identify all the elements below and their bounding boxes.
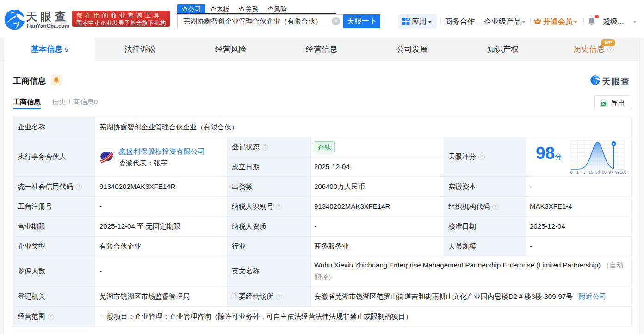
svg-text:85: 85 xyxy=(602,170,607,175)
svg-text:1: 1 xyxy=(576,170,579,175)
svg-text:3: 3 xyxy=(583,170,585,175)
svg-text:99: 99 xyxy=(615,170,620,175)
svg-text:97: 97 xyxy=(609,170,613,175)
svg-text:100: 100 xyxy=(620,170,626,175)
svg-text:15: 15 xyxy=(588,170,593,175)
svg-text:0: 0 xyxy=(570,170,573,175)
svg-text:50: 50 xyxy=(595,170,600,175)
